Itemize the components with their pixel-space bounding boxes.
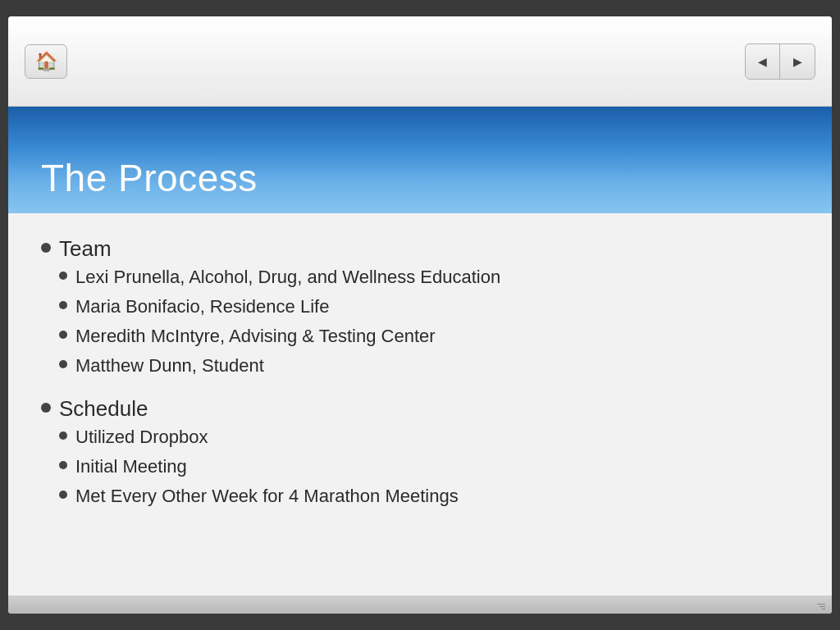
sub-bullet-dot [59,360,67,368]
list-item: Lexi Prunella, Alcohol, Drug, and Wellne… [59,267,799,288]
bullet-label: Team [59,236,112,261]
bullet-content: Schedule Utilized Dropbox Initial Meetin… [59,396,799,515]
sub-bullet-dot [59,272,67,280]
sub-bullet-dot [59,331,67,339]
home-icon: 🏠 [35,51,57,72]
list-item: Meredith McIntyre, Advising & Testing Ce… [59,326,799,347]
list-item: Schedule Utilized Dropbox Initial Meetin… [41,396,799,515]
resize-line [822,609,825,609]
content-area: Team Lexi Prunella, Alcohol, Drug, and W… [8,213,832,596]
bottom-bar [8,596,832,614]
header-banner: The Process [8,107,832,213]
resize-handle [815,600,825,609]
prev-icon: ◀ [758,55,767,68]
list-item: Team Lexi Prunella, Alcohol, Drug, and W… [41,236,799,385]
slide-container: 🏠 ◀ ▶ The Process Team [8,16,832,614]
sub-bullet-label: Meredith McIntyre, Advising & Testing Ce… [75,326,436,347]
toolbar: 🏠 ◀ ▶ [8,16,832,107]
list-item: Matthew Dunn, Student [59,355,799,377]
next-icon: ▶ [793,55,802,68]
sub-bullet-list: Lexi Prunella, Alcohol, Drug, and Wellne… [59,267,799,377]
list-item: Utilized Dropbox [59,427,799,448]
sub-bullet-label: Maria Bonifacio, Residence Life [75,296,329,317]
next-button[interactable]: ▶ [780,44,815,79]
home-button[interactable]: 🏠 [25,44,67,79]
bullet-label: Schedule [59,396,148,421]
sub-bullet-label: Initial Meeting [75,456,187,477]
list-item: Initial Meeting [59,456,799,477]
sub-bullet-label: Lexi Prunella, Alcohol, Drug, and Wellne… [75,267,500,288]
bullet-content: Team Lexi Prunella, Alcohol, Drug, and W… [59,236,799,385]
list-item: Met Every Other Week for 4 Marathon Meet… [59,486,799,507]
sub-bullet-dot [59,461,67,469]
sub-bullet-dot [59,301,67,309]
resize-line [817,604,825,605]
bullet-dot [41,403,51,413]
sub-bullet-dot [59,431,67,440]
slide-title: The Process [41,156,258,200]
list-item: Maria Bonifacio, Residence Life [59,296,799,317]
resize-line [819,606,825,607]
sub-bullet-label: Utilized Dropbox [75,427,208,448]
sub-bullet-label: Matthew Dunn, Student [75,355,264,377]
sub-bullet-dot [59,491,67,499]
nav-buttons: ◀ ▶ [745,43,815,80]
bullet-dot [41,243,51,253]
prev-button[interactable]: ◀ [746,44,780,79]
sub-bullet-label: Met Every Other Week for 4 Marathon Meet… [75,486,459,507]
sub-bullet-list: Utilized Dropbox Initial Meeting Met Eve… [59,427,799,507]
main-bullet-list: Team Lexi Prunella, Alcohol, Drug, and W… [41,236,799,515]
